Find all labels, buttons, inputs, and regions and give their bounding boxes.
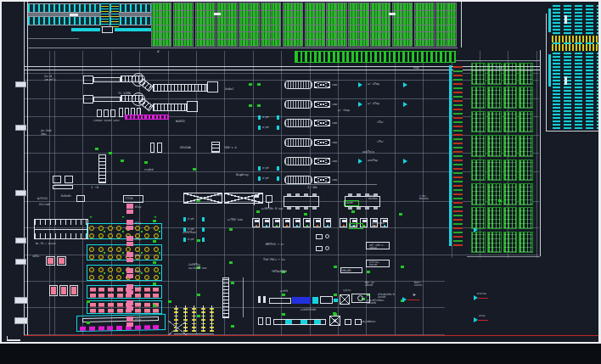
rack-cell	[415, 18, 424, 25]
cyan-bracket	[277, 166, 279, 171]
chair	[295, 193, 300, 196]
annotation: xO5w	[32, 255, 39, 259]
green-arrow: ►	[122, 215, 125, 220]
rack-cell	[415, 25, 424, 32]
yellow-machine	[108, 233, 113, 238]
yellow-machine	[116, 267, 121, 272]
filled-rect	[254, 195, 259, 198]
rack-cell	[250, 32, 259, 39]
cyan-arrow	[402, 297, 407, 302]
rack-right-cell	[503, 232, 518, 254]
rack-cell	[381, 40, 390, 47]
pink-strip-label: BTkp	[135, 255, 141, 257]
rack-cell	[337, 32, 346, 39]
green-marker	[104, 272, 105, 274]
crossed-box	[314, 139, 330, 146]
magenta-machine	[98, 326, 104, 330]
green-marker	[197, 239, 200, 242]
magenta-hatched-strip	[125, 115, 169, 120]
rack-cell	[162, 11, 171, 18]
green-label-box: ewB	[349, 223, 363, 229]
rack-cell	[205, 25, 215, 32]
rack-cell	[284, 3, 293, 10]
flow-arrow	[403, 159, 407, 164]
rack-cell	[349, 3, 358, 10]
cyan-bracket	[277, 115, 279, 120]
annotation: wkjnBWnnn	[362, 321, 375, 323]
drawing-canvas[interactable]: BTkpBTkpBTkpBTkpBTkpBTkpBTkpBTkpcmmw/ bT…	[2, 2, 598, 342]
rack-cell	[239, 25, 249, 32]
annotation: YDB'v-k	[224, 146, 237, 149]
door-symbol	[15, 190, 26, 196]
rack-cell	[424, 25, 434, 32]
outline-box	[355, 319, 362, 325]
frame-left	[0, 0, 2, 344]
annotation: wPT nPB'z- vPknn	[369, 244, 385, 250]
rack-cell	[217, 18, 227, 25]
small-machine	[293, 218, 300, 227]
green-marker	[95, 148, 98, 150]
yellow-dot-rack	[201, 305, 205, 332]
rack-right-cell	[503, 87, 518, 109]
yellow-machine	[98, 275, 104, 280]
rack-cell	[447, 40, 456, 47]
door-symbol	[14, 317, 28, 324]
pink-strip-label: BTkp	[135, 303, 141, 305]
flow-arrow	[358, 102, 362, 107]
rack-cell	[272, 40, 281, 47]
rack-cell	[337, 40, 346, 47]
crossed-box	[314, 176, 330, 183]
annotation: mjkrBTvPBnn- BwnknB	[367, 300, 385, 305]
drawing-entities: BTkpBTkpBTkpBTkpBTkpBTkpBTkpBTkpcmmw/ bT…	[2, 2, 598, 342]
rack-cell	[217, 40, 227, 47]
filled-rect	[300, 320, 307, 324]
cyan-bracket	[202, 227, 205, 232]
green-marker	[256, 210, 260, 213]
filled-rect	[7, 339, 20, 341]
band-inner-box	[82, 316, 159, 322]
filled-rect	[445, 258, 539, 335]
filled-rect	[285, 320, 292, 324]
pink-machine	[90, 303, 96, 307]
outline-box	[53, 185, 73, 189]
rack-cell	[284, 11, 293, 18]
pink-strip-item	[126, 210, 133, 215]
pink-machine	[117, 303, 123, 307]
cad-viewport[interactable]: BTkpBTkpBTkpBTkpBTkpBTkpBTkpBTkpcmmw/ bT…	[0, 0, 601, 364]
yellow-rack-row	[552, 44, 598, 51]
pink-machine	[153, 294, 159, 298]
rack-cell	[261, 25, 271, 32]
pink-machine	[108, 294, 114, 298]
rack-cell	[250, 18, 259, 25]
machine-cap	[255, 220, 259, 222]
yellow-machine	[154, 247, 159, 252]
rack-cell	[284, 32, 293, 39]
cyan-strip	[548, 8, 551, 32]
yellow-hatch-strip	[111, 2, 119, 27]
rack-cell	[436, 32, 446, 39]
pink-machine	[153, 288, 159, 292]
flow-label: vTbr	[377, 121, 384, 125]
magenta-machine	[107, 326, 113, 330]
yellow-machine	[154, 233, 159, 238]
small-machine	[252, 218, 260, 227]
yellow-machine	[108, 275, 113, 280]
rack-right-cell	[519, 183, 533, 205]
rack-cell	[315, 18, 324, 25]
yellow-machine	[98, 267, 104, 272]
yellow-machine	[135, 275, 140, 280]
pink-strip-item	[126, 258, 133, 263]
rack-cell	[250, 11, 259, 18]
pink-machine	[108, 288, 114, 292]
rack-cell	[293, 18, 302, 25]
crossed-box	[314, 81, 330, 88]
rack-cell	[349, 40, 358, 47]
green-marker	[197, 294, 200, 296]
outline-box	[157, 143, 162, 153]
flow-label: w/ bTmp	[368, 103, 379, 106]
annotation: OSVZdB	[180, 146, 191, 149]
pink-machine	[90, 309, 96, 313]
outline-box	[345, 319, 351, 325]
annotation: 2x-d (m-m²)	[44, 75, 56, 82]
rack-cell	[359, 32, 368, 39]
